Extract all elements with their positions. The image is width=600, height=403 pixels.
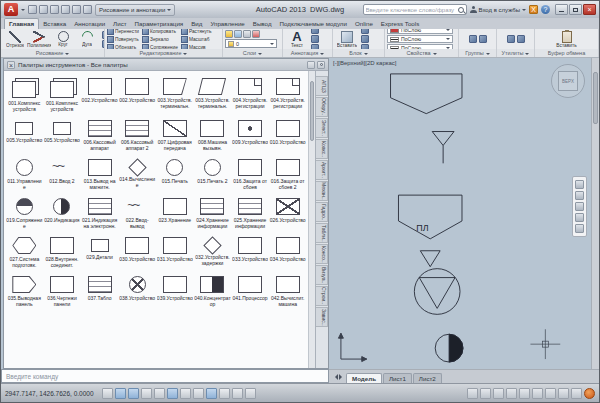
palette-item[interactable]: 015.Печать bbox=[157, 157, 194, 190]
exchange-apps-icon[interactable]: X bbox=[529, 5, 538, 14]
quick-properties-icon[interactable] bbox=[245, 388, 256, 399]
ribbon-tab[interactable]: Аннотации bbox=[70, 19, 109, 29]
workspace-switcher[interactable]: Рисование и аннотации bbox=[95, 4, 175, 16]
palette-item[interactable]: 001.Комплекс устройств bbox=[44, 76, 81, 112]
palette-category-tab[interactable]: Консо.. bbox=[316, 244, 328, 264]
close-icon[interactable]: × bbox=[7, 61, 15, 69]
palette-category-tab[interactable]: Элект.. bbox=[316, 118, 328, 138]
paste-button[interactable]: Вставить bbox=[555, 31, 579, 48]
palette-item[interactable]: 041.Процессор bbox=[232, 274, 269, 307]
layer-off-icon[interactable] bbox=[243, 30, 251, 38]
palette-category-tab[interactable]: Табли.. bbox=[316, 223, 328, 243]
leader-icon[interactable] bbox=[311, 35, 319, 43]
palette-item[interactable]: 016.Защита от сбоев 2 bbox=[269, 157, 306, 190]
help-icon[interactable]: ? bbox=[541, 5, 550, 14]
ribbon-tab[interactable]: Подключаемые модули bbox=[276, 19, 351, 29]
ortho-icon[interactable] bbox=[141, 388, 152, 399]
palette-item[interactable]: 015.Печать 2 bbox=[194, 157, 231, 190]
modify-tool-button[interactable]: Зеркало bbox=[142, 36, 178, 43]
auto-hide-icon[interactable] bbox=[307, 61, 315, 69]
palette-item[interactable]: 022.Ввод-вывод bbox=[119, 196, 156, 229]
measure-icon[interactable] bbox=[507, 35, 515, 43]
palette-item[interactable]: 039.Устройство bbox=[157, 274, 194, 307]
viewcube-top-face[interactable]: ВЕРХ bbox=[558, 71, 578, 91]
palette-item[interactable]: 010.Устройство bbox=[269, 118, 306, 151]
panel-label-layers[interactable]: Слои bbox=[223, 49, 282, 57]
panel-label-draw[interactable]: Рисование bbox=[1, 49, 104, 57]
palette-category-tab[interactable]: Механ.. bbox=[316, 181, 328, 201]
minimize-button[interactable] bbox=[555, 4, 568, 15]
edit-attribute-icon[interactable] bbox=[361, 35, 369, 43]
panel-label-annotation[interactable]: Аннотация bbox=[283, 49, 332, 57]
grid-icon[interactable] bbox=[128, 388, 139, 399]
ribbon-tab[interactable]: Online bbox=[351, 19, 377, 29]
properties-gear-icon[interactable] bbox=[317, 61, 325, 69]
layer-state-icon[interactable] bbox=[234, 30, 242, 38]
palette-item[interactable]: 042.Вычислит. машина bbox=[269, 274, 306, 307]
ribbon-tab[interactable]: Управление bbox=[206, 19, 248, 29]
palette-item[interactable]: 040.Концентратор bbox=[194, 274, 231, 307]
palette-category-tab[interactable]: АГЦЗ bbox=[316, 76, 328, 96]
clean-screen-icon[interactable] bbox=[571, 388, 582, 399]
palette-item[interactable]: 009.Устройство bbox=[232, 118, 269, 151]
pan-icon[interactable] bbox=[575, 191, 584, 200]
drawing-shape-antenna[interactable] bbox=[432, 132, 454, 164]
dynamic-ucs-icon[interactable] bbox=[193, 388, 204, 399]
lock-ui-icon[interactable] bbox=[545, 388, 556, 399]
draw-tool-button[interactable]: Круг bbox=[51, 31, 75, 48]
modify-tool-button[interactable]: Копировать bbox=[142, 29, 178, 35]
palette-scrollbar[interactable] bbox=[308, 71, 315, 368]
panel-label-modify[interactable]: Редактирование bbox=[105, 49, 222, 57]
palette-item[interactable]: 019.Сопряжение bbox=[6, 196, 43, 229]
search-icon[interactable] bbox=[458, 7, 464, 13]
layout-scroll-right-icon[interactable] bbox=[339, 374, 345, 380]
scrollbar-thumb[interactable] bbox=[310, 81, 314, 141]
palette-item[interactable]: 037.Табло bbox=[81, 274, 118, 307]
close-button[interactable]: × bbox=[583, 4, 596, 15]
draw-tool-button[interactable]: Дуга bbox=[75, 31, 99, 48]
palette-category-tab[interactable]: Обору.. bbox=[316, 97, 328, 117]
transparency-icon[interactable] bbox=[232, 388, 243, 399]
palette-item[interactable]: 012.Ввод 2 bbox=[44, 157, 81, 190]
ribbon-tab[interactable]: Вывод bbox=[249, 19, 276, 29]
quick-view-layouts-icon[interactable] bbox=[480, 388, 491, 399]
ribbon-tab[interactable]: Главная bbox=[4, 18, 39, 29]
palette-item[interactable]: 030.Устройство bbox=[119, 235, 156, 268]
ungroup-icon[interactable] bbox=[479, 35, 487, 43]
palette-item[interactable]: 002.Устройство bbox=[81, 76, 118, 112]
modify-tool-button[interactable]: Масштаб bbox=[181, 36, 212, 43]
property-dropdown[interactable]: ПоСлою bbox=[387, 35, 453, 43]
save-icon[interactable] bbox=[50, 5, 59, 14]
lineweight-icon[interactable] bbox=[219, 388, 230, 399]
palette-category-tab[interactable]: Гидро.. bbox=[316, 202, 328, 222]
palette-item[interactable]: 027.Система подготовк. bbox=[6, 235, 43, 268]
scrollbar-thumb[interactable] bbox=[593, 72, 598, 124]
palette-item[interactable]: 002.Устройство bbox=[119, 76, 156, 112]
palette-item[interactable]: 006.Кассовый аппарат bbox=[81, 118, 118, 151]
search-input[interactable] bbox=[366, 7, 458, 13]
drawing-shape-half-circle[interactable] bbox=[435, 334, 463, 362]
palette-item[interactable]: 005.Устройство bbox=[44, 118, 81, 151]
palette-item[interactable]: 006.Кассовый аппарат 2 bbox=[119, 118, 156, 151]
panel-label-clipboard[interactable]: Буфер обмена bbox=[535, 49, 598, 57]
palette-category-tab[interactable]: Коакс.. bbox=[316, 139, 328, 159]
quick-select-icon[interactable] bbox=[517, 35, 525, 43]
snap-icon[interactable] bbox=[115, 388, 126, 399]
palette-item[interactable]: 032.Устройств. задержки bbox=[194, 235, 231, 268]
steering-wheel-icon[interactable] bbox=[575, 180, 584, 189]
drawing-shape-circle-triangle[interactable] bbox=[414, 269, 460, 315]
palette-item[interactable]: 029.Детали bbox=[81, 235, 118, 268]
palette-item[interactable]: 025.Хранение информации bbox=[232, 196, 269, 229]
modify-tool-button[interactable]: Перенести bbox=[107, 29, 139, 35]
ucs-icon[interactable] bbox=[338, 333, 366, 361]
palette-item[interactable]: 028.Внутренн. соединит. bbox=[44, 235, 81, 268]
performance-tuner-icon[interactable] bbox=[584, 388, 595, 399]
rectangle-icon[interactable] bbox=[102, 31, 104, 39]
coordinates-readout[interactable]: 2947.7147, 1426.7626, 0.0000 bbox=[5, 390, 94, 397]
palette-item[interactable]: 023.Хранение bbox=[157, 196, 194, 229]
layout-scroll-left-icon[interactable] bbox=[332, 374, 338, 380]
palette-item[interactable]: 020.Индикация bbox=[44, 196, 81, 229]
viewcube[interactable]: ВЕРХ bbox=[551, 64, 585, 98]
osnap-icon[interactable] bbox=[167, 388, 178, 399]
mtext-button[interactable]: А Текст bbox=[285, 30, 309, 48]
